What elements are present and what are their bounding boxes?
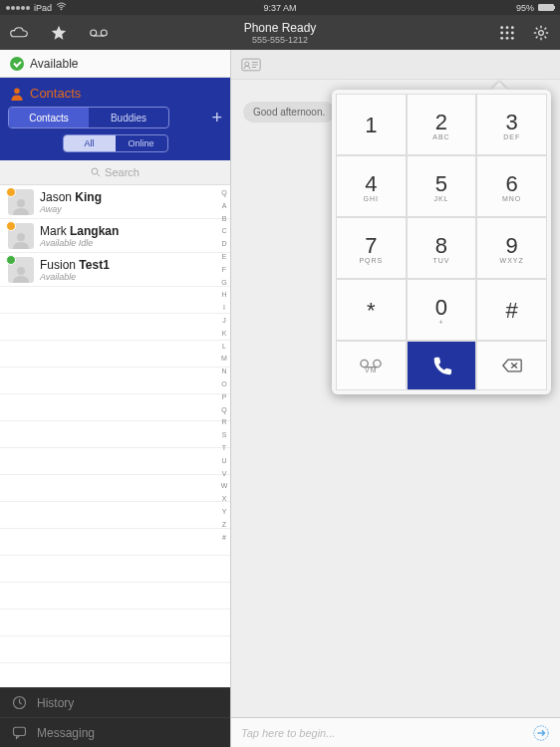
svg-point-9: [511, 31, 514, 34]
dialpad-key[interactable]: 7PQRS: [336, 217, 407, 279]
dialpad-key[interactable]: 3DEF: [476, 94, 547, 155]
svg-point-1: [91, 30, 97, 36]
index-letter[interactable]: M: [219, 353, 229, 366]
index-letter[interactable]: #: [219, 532, 229, 545]
svg-line-20: [536, 36, 538, 38]
sidebar-section-title: Contacts: [30, 86, 81, 101]
presence-row[interactable]: Available: [0, 50, 230, 78]
index-letter[interactable]: D: [219, 238, 229, 251]
tab-messaging[interactable]: Messaging: [0, 717, 230, 747]
segment-contacts-button[interactable]: Contacts: [9, 108, 89, 127]
clock-icon: [12, 695, 27, 710]
segment-all-button[interactable]: All: [64, 135, 116, 151]
index-letter[interactable]: U: [219, 455, 229, 468]
contact-name: Mark Langkan: [40, 224, 119, 238]
svg-point-6: [511, 26, 514, 29]
contact-row[interactable]: Fusion Test1 Available: [0, 253, 230, 287]
index-letter[interactable]: G: [219, 277, 229, 290]
index-letter[interactable]: L: [219, 341, 229, 354]
index-letter[interactable]: C: [219, 225, 229, 238]
chat-bubble: Good afternoon.: [243, 102, 335, 123]
dialpad-key[interactable]: 5JKL: [407, 155, 477, 217]
index-letter[interactable]: W: [219, 480, 229, 493]
svg-point-23: [92, 168, 98, 174]
contact-row[interactable]: Mark Langkan Available Idle: [0, 219, 230, 253]
index-letter[interactable]: F: [219, 264, 229, 277]
index-letter[interactable]: K: [219, 328, 229, 341]
cloud-icon[interactable]: [10, 24, 28, 42]
tab-messaging-label: Messaging: [37, 726, 95, 740]
index-letter[interactable]: S: [219, 429, 229, 442]
list-item: [0, 556, 230, 583]
dialpad-toggle-icon[interactable]: [498, 24, 516, 42]
index-letter[interactable]: T: [219, 442, 229, 455]
index-letter[interactable]: R: [219, 416, 229, 429]
contact-row[interactable]: Jason King Away: [0, 185, 230, 219]
index-letter[interactable]: B: [219, 213, 229, 226]
dialpad-voicemail-button[interactable]: VM: [336, 341, 407, 390]
dialpad-key[interactable]: 2ABC: [407, 94, 477, 155]
chat-icon: [12, 725, 27, 740]
dialpad-key[interactable]: 0+: [407, 279, 477, 341]
index-letter[interactable]: H: [219, 289, 229, 302]
tab-history[interactable]: History: [0, 687, 230, 717]
index-letter[interactable]: A: [219, 200, 229, 213]
svg-point-25: [17, 199, 25, 207]
list-item: [0, 583, 230, 610]
index-letter[interactable]: J: [219, 315, 229, 328]
index-letter[interactable]: P: [219, 391, 229, 404]
contact-status: Away: [40, 204, 102, 214]
list-item: [0, 502, 230, 529]
list-item: [0, 529, 230, 556]
person-icon: [10, 87, 24, 101]
nav-bar: Phone Ready 555-555-1212: [0, 15, 560, 50]
voicemail-nav-icon[interactable]: [90, 24, 108, 42]
index-letter[interactable]: Z: [219, 519, 229, 532]
send-button[interactable]: [532, 724, 550, 742]
tab-history-label: History: [37, 696, 74, 710]
segment-buddies-button[interactable]: Buddies: [89, 108, 168, 127]
compose-placeholder: Tap here to begin...: [241, 727, 335, 739]
segment-contacts-buddies: Contacts Buddies: [8, 107, 169, 128]
index-letter[interactable]: N: [219, 366, 229, 378]
contact-name: Jason King: [40, 190, 102, 204]
index-letter[interactable]: Q: [219, 404, 229, 417]
contact-card-row[interactable]: [231, 50, 560, 80]
dialpad-key[interactable]: 8TUV: [407, 217, 477, 279]
dialpad-key[interactable]: 6MNO: [476, 155, 547, 217]
svg-point-4: [500, 26, 503, 29]
index-letter[interactable]: O: [219, 378, 229, 391]
dialpad-backspace-button[interactable]: [476, 341, 547, 390]
index-letter[interactable]: Y: [219, 506, 229, 519]
index-letter[interactable]: X: [219, 493, 229, 506]
index-letter[interactable]: Q: [219, 187, 229, 200]
dialpad-call-button[interactable]: [407, 341, 477, 390]
backspace-icon: [502, 359, 522, 373]
compose-input[interactable]: Tap here to begin...: [231, 717, 560, 747]
alpha-index[interactable]: QABCDEFGHIJKLMNOPQRSTUVWXYZ#: [219, 185, 229, 687]
svg-line-24: [98, 174, 101, 177]
svg-point-12: [511, 36, 514, 39]
svg-point-27: [17, 267, 25, 275]
index-letter[interactable]: E: [219, 251, 229, 264]
svg-point-7: [500, 31, 503, 34]
battery-icon: [538, 4, 554, 11]
index-letter[interactable]: I: [219, 302, 229, 315]
list-item: [0, 287, 230, 314]
svg-point-11: [506, 36, 509, 39]
presence-badge-icon: [6, 221, 16, 231]
contact-status: Available: [40, 272, 110, 282]
add-contact-button[interactable]: +: [211, 109, 222, 126]
dialpad-key[interactable]: 4GHI: [336, 155, 407, 217]
list-item: [0, 636, 230, 663]
search-input[interactable]: Search: [0, 160, 230, 185]
star-icon[interactable]: [50, 24, 68, 42]
dialpad-key[interactable]: *: [336, 279, 407, 341]
dialpad-key[interactable]: 9WXYZ: [476, 217, 547, 279]
dialpad-key[interactable]: 1: [336, 94, 407, 155]
gear-icon[interactable]: [532, 24, 550, 42]
index-letter[interactable]: V: [219, 468, 229, 481]
dialpad-key[interactable]: #: [476, 279, 547, 341]
segment-online-button[interactable]: Online: [116, 135, 167, 151]
search-placeholder: Search: [105, 166, 140, 178]
